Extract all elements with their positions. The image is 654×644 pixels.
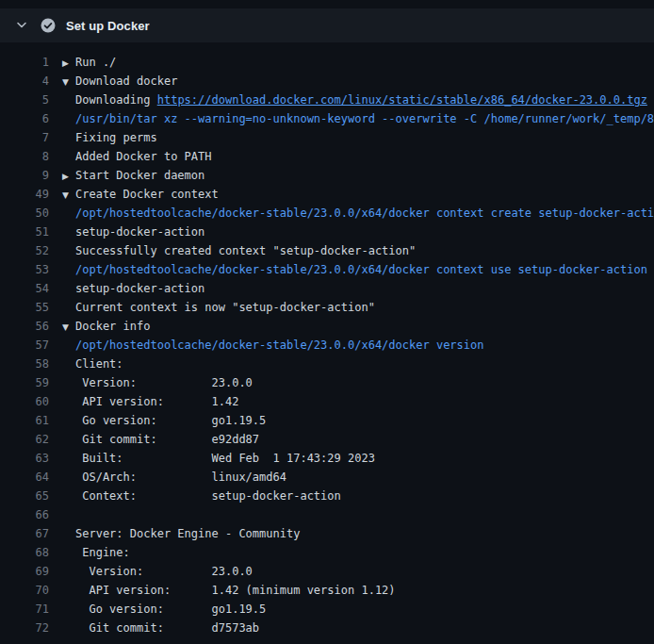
log-lines: 1▶Run ./4▼Download docker5Downloading ht… xyxy=(0,42,654,637)
line-content: Context: setup-docker-action xyxy=(49,487,654,505)
line-content: /opt/hostedtoolcache/docker-stable/23.0.… xyxy=(49,204,654,223)
log-text: Git commit: d7573ab xyxy=(75,621,259,635)
log-row: 67Server: Docker Engine - Community xyxy=(0,524,654,543)
line-number[interactable]: 53 xyxy=(0,260,49,279)
line-number[interactable]: 6 xyxy=(0,109,49,128)
line-number[interactable]: 4 xyxy=(0,72,49,91)
line-content: setup-docker-action xyxy=(49,279,654,298)
line-content: Client: xyxy=(49,355,654,373)
log-text: Start Docker daemon xyxy=(75,169,204,182)
line-number[interactable]: 65 xyxy=(0,487,49,505)
line-number[interactable]: 67 xyxy=(0,524,49,543)
log-row: 59 Version: 23.0.0 xyxy=(0,373,654,392)
log-text: Current context is now "setup-docker-act… xyxy=(75,301,375,314)
line-content: /opt/hostedtoolcache/docker-stable/23.0.… xyxy=(49,336,654,355)
chevron-expanded-icon[interactable]: ▼ xyxy=(62,318,75,336)
line-number[interactable]: 58 xyxy=(0,355,49,373)
line-number[interactable]: 1 xyxy=(0,53,49,72)
line-content: Git commit: e92dd87 xyxy=(49,430,654,449)
log-row: 5Downloading https://download.docker.com… xyxy=(0,91,654,109)
line-number[interactable]: 57 xyxy=(0,336,49,355)
log-text: Downloading xyxy=(75,93,157,107)
line-content: Engine: xyxy=(49,543,654,562)
log-text: Go version: go1.19.5 xyxy=(75,414,266,427)
chevron-collapsed-icon[interactable]: ▶ xyxy=(62,167,75,185)
line-number[interactable]: 71 xyxy=(0,600,49,619)
step-header[interactable]: Set up Docker xyxy=(0,8,654,42)
line-number[interactable]: 66 xyxy=(0,505,49,524)
line-number[interactable]: 52 xyxy=(0,241,49,260)
log-text: Go version: go1.19.5 xyxy=(75,603,266,616)
log-link[interactable]: https://download.docker.com/linux/static… xyxy=(157,93,647,107)
log-text: OS/Arch: linux/amd64 xyxy=(75,471,286,484)
actions-log-page: Set up Docker 1▶Run ./4▼Download docker5… xyxy=(0,8,654,644)
log-text: Run ./ xyxy=(75,56,116,69)
line-number[interactable]: 54 xyxy=(0,279,49,298)
log-row: 69 Version: 23.0.0 xyxy=(0,562,654,581)
line-content: Current context is now "setup-docker-act… xyxy=(49,298,654,317)
log-group-row[interactable]: 1▶Run ./ xyxy=(0,53,654,72)
check-circle-icon xyxy=(41,18,56,33)
log-row: 68 Engine: xyxy=(0,543,654,562)
line-number[interactable]: 56 xyxy=(0,317,49,336)
line-number[interactable]: 60 xyxy=(0,392,49,411)
chevron-expanded-icon[interactable]: ▼ xyxy=(62,186,75,204)
log-group-row[interactable]: 4▼Download docker xyxy=(0,72,654,91)
log-row: 71 Go version: go1.19.5 xyxy=(0,600,654,619)
line-number[interactable]: 69 xyxy=(0,562,49,581)
line-number[interactable]: 61 xyxy=(0,411,49,430)
log-text: Context: setup-docker-action xyxy=(75,489,341,503)
log-row: 70 API version: 1.42 (minimum version 1.… xyxy=(0,581,654,600)
log-command-text: /opt/hostedtoolcache/docker-stable/23.0.… xyxy=(75,206,654,220)
line-content: Downloading https://download.docker.com/… xyxy=(49,91,654,109)
line-content: ▶Start Docker daemon xyxy=(49,166,654,185)
line-content: API version: 1.42 xyxy=(49,392,654,411)
line-number[interactable]: 55 xyxy=(0,298,49,317)
log-row: 64 OS/Arch: linux/amd64 xyxy=(0,468,654,487)
line-number[interactable]: 9 xyxy=(0,166,49,185)
log-text: Download docker xyxy=(75,74,177,88)
step-title: Set up Docker xyxy=(66,19,150,33)
chevron-expanded-icon[interactable]: ▼ xyxy=(62,73,75,91)
log-text: setup-docker-action xyxy=(75,282,204,295)
log-text: Added Docker to PATH xyxy=(75,150,212,163)
log-text: Engine: xyxy=(75,546,130,559)
log-text: setup-docker-action xyxy=(75,225,204,239)
line-number[interactable]: 5 xyxy=(0,91,49,109)
line-number[interactable]: 7 xyxy=(0,128,49,147)
line-number[interactable]: 50 xyxy=(0,204,49,223)
line-number[interactable]: 51 xyxy=(0,223,49,241)
line-number[interactable]: 59 xyxy=(0,373,49,392)
line-content: Git commit: d7573ab xyxy=(49,619,654,637)
log-row: 65 Context: setup-docker-action xyxy=(0,487,654,505)
line-content: Successfully created context "setup-dock… xyxy=(49,241,654,260)
log-row: 66 xyxy=(0,505,654,524)
log-row: 57/opt/hostedtoolcache/docker-stable/23.… xyxy=(0,336,654,355)
log-text: Git commit: e92dd87 xyxy=(75,433,259,446)
line-number[interactable]: 64 xyxy=(0,468,49,487)
line-content: Version: 23.0.0 xyxy=(49,562,654,581)
line-number[interactable]: 68 xyxy=(0,543,49,562)
log-row: 55Current context is now "setup-docker-a… xyxy=(0,298,654,317)
log-command-text: /opt/hostedtoolcache/docker-stable/23.0.… xyxy=(75,263,647,276)
log-row: 63 Built: Wed Feb 1 17:43:29 2023 xyxy=(0,449,654,468)
log-text: Docker info xyxy=(75,320,150,333)
log-group-row[interactable]: 56▼Docker info xyxy=(0,317,654,336)
log-row: 50/opt/hostedtoolcache/docker-stable/23.… xyxy=(0,204,654,223)
line-number[interactable]: 8 xyxy=(0,147,49,166)
log-text: Client: xyxy=(75,357,123,371)
line-number[interactable]: 63 xyxy=(0,449,49,468)
line-content: setup-docker-action xyxy=(49,223,654,241)
chevron-collapsed-icon[interactable]: ▶ xyxy=(62,54,75,72)
log-row: 6/usr/bin/tar xz --warning=no-unknown-ke… xyxy=(0,109,654,128)
log-group-row[interactable]: 9▶Start Docker daemon xyxy=(0,166,654,185)
line-number[interactable]: 72 xyxy=(0,619,49,637)
log-text: Built: Wed Feb 1 17:43:29 2023 xyxy=(75,452,375,465)
log-group-row[interactable]: 49▼Create Docker context xyxy=(0,185,654,204)
line-number[interactable]: 70 xyxy=(0,581,49,600)
line-content: Server: Docker Engine - Community xyxy=(49,524,654,543)
line-number[interactable]: 62 xyxy=(0,430,49,449)
line-number[interactable]: 49 xyxy=(0,185,49,204)
chevron-down-icon[interactable] xyxy=(15,19,28,32)
log-row: 53/opt/hostedtoolcache/docker-stable/23.… xyxy=(0,260,654,279)
